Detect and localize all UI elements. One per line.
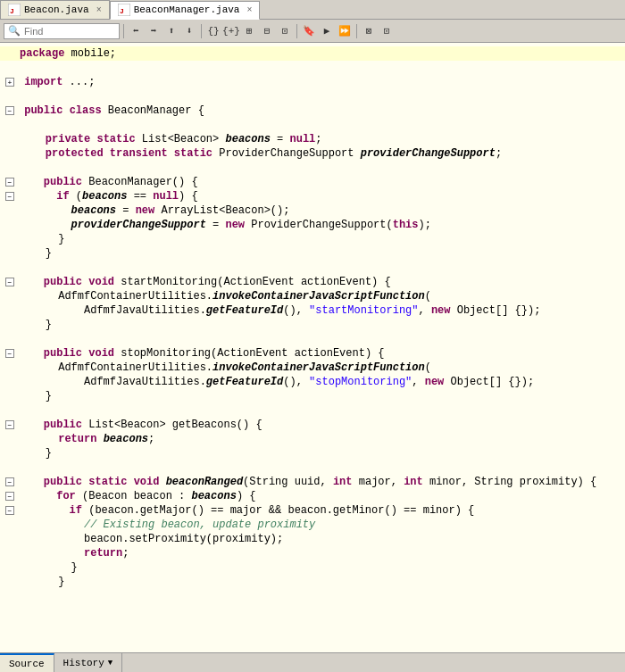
code-line: − public void startMonitoring(ActionEven…: [0, 275, 625, 289]
toolbar-grid2-btn[interactable]: ⊟: [259, 23, 275, 39]
code-line: AdfmfJavaUtilities.getFeatureId(), "star…: [0, 303, 625, 318]
code-line: [0, 89, 625, 104]
code-line: AdfmfContainerUtilities.invokeContainerJ…: [0, 289, 625, 303]
toolbar: 🔍 ⬅ ➡ ⬆ ⬇ {} {+} ⊞ ⊟ ⊡ 🔖 ▶ ⏩ ⊠ ⊡: [0, 20, 625, 43]
code-line: }: [0, 560, 625, 575]
code-body: package mobile; + import ...; − public c…: [0, 46, 625, 589]
code-line: − if (beacons == null) {: [0, 189, 625, 203]
fold-btn[interactable]: −: [5, 178, 14, 187]
svg-text:J: J: [10, 7, 14, 15]
code-line: AdfmfContainerUtilities.invokeContainerJ…: [0, 361, 625, 375]
java-icon: J: [8, 4, 21, 16]
code-line: + import ...;: [0, 75, 625, 89]
fold-btn[interactable]: −: [5, 106, 14, 115]
search-box: 🔍: [4, 23, 120, 39]
close-icon[interactable]: ×: [96, 5, 102, 15]
code-line: − public static void beaconRanged(String…: [0, 475, 625, 489]
code-line: [0, 118, 625, 132]
tab-label: Beacon.java: [24, 4, 89, 15]
code-line: beacon.setProximity(proximity);: [0, 532, 625, 546]
toolbar-down-btn[interactable]: ⬇: [181, 23, 197, 39]
code-line: [0, 403, 625, 418]
toolbar-prev-btn[interactable]: ⬅: [128, 23, 144, 39]
code-line: protected transient static ProviderChang…: [0, 146, 625, 161]
code-line: // Existing beacon, update proximity: [0, 518, 625, 532]
code-line: [0, 460, 625, 475]
separator-1: [123, 24, 124, 38]
chevron-down-icon: ▼: [108, 659, 112, 668]
code-line: }: [0, 318, 625, 332]
separator-3: [296, 24, 297, 38]
toolbar-brace2-btn[interactable]: {+}: [223, 23, 239, 39]
code-line: AdfmfJavaUtilities.getFeatureId(), "stop…: [0, 375, 625, 389]
search-icon: 🔍: [8, 25, 21, 37]
bottom-bar: Source History ▼: [0, 652, 625, 672]
code-line: }: [0, 389, 625, 403]
fold-btn[interactable]: −: [5, 349, 14, 358]
toolbar-window2-btn[interactable]: ⊡: [379, 23, 395, 39]
fold-btn[interactable]: +: [5, 78, 14, 87]
code-line: − public List<Beacon> getBeacons() {: [0, 418, 625, 432]
code-line: [0, 61, 625, 75]
toolbar-bookmark-btn[interactable]: 🔖: [301, 23, 317, 39]
fold-btn[interactable]: −: [5, 492, 14, 501]
code-line: − public BeaconManager() {: [0, 175, 625, 189]
toolbar-window-btn[interactable]: ⊠: [361, 23, 377, 39]
code-line: }: [0, 246, 625, 261]
java-icon: J: [118, 4, 130, 16]
search-input[interactable]: [24, 26, 113, 37]
code-line: providerChangeSupport = new ProviderChan…: [0, 218, 625, 232]
tab-source[interactable]: Source: [0, 653, 54, 672]
code-line: [0, 261, 625, 275]
code-line: [0, 332, 625, 346]
close-icon[interactable]: ×: [246, 5, 252, 15]
tab-label: BeaconManager.java: [134, 4, 240, 15]
fold-btn[interactable]: −: [5, 420, 14, 429]
code-line: beacons = new ArrayList<Beacon>();: [0, 203, 625, 218]
fold-btn[interactable]: −: [5, 477, 14, 486]
tab-beaconmanager[interactable]: J BeaconManager.java ×: [110, 1, 261, 20]
svg-text:J: J: [120, 7, 124, 15]
code-line: − for (Beacon beacon : beacons) {: [0, 489, 625, 503]
code-line: [0, 161, 625, 175]
tab-history[interactable]: History ▼: [54, 653, 123, 672]
separator-4: [356, 24, 357, 38]
fold-btn[interactable]: −: [5, 192, 14, 201]
code-line: package mobile;: [0, 46, 625, 61]
code-line: return beacons;: [0, 432, 625, 446]
toolbar-grid-btn[interactable]: ⊞: [241, 23, 257, 39]
separator-2: [201, 24, 202, 38]
toolbar-up-btn[interactable]: ⬆: [163, 23, 179, 39]
code-line: }: [0, 575, 625, 589]
toolbar-step-btn[interactable]: ⏩: [337, 23, 353, 39]
history-tab-label: History: [63, 658, 104, 668]
toolbar-play-btn[interactable]: ▶: [319, 23, 335, 39]
code-line: − public class BeaconManager {: [0, 104, 625, 118]
code-line: }: [0, 232, 625, 246]
code-line: return;: [0, 546, 625, 560]
code-line: − public void stopMonitoring(ActionEvent…: [0, 346, 625, 361]
fold-btn[interactable]: −: [5, 506, 14, 515]
code-line: }: [0, 446, 625, 460]
toolbar-brace-btn[interactable]: {}: [205, 23, 221, 39]
toolbar-grid3-btn[interactable]: ⊡: [277, 23, 293, 39]
source-tab-label: Source: [9, 659, 45, 669]
code-line: − if (beacon.getMajor() == major && beac…: [0, 503, 625, 518]
toolbar-next-btn[interactable]: ➡: [146, 23, 162, 39]
tab-beacon[interactable]: J Beacon.java ×: [0, 0, 110, 19]
code-area[interactable]: package mobile; + import ...; − public c…: [0, 43, 625, 652]
tab-bar: J Beacon.java × J BeaconManager.java ×: [0, 0, 625, 20]
code-line: private static List<Beacon> beacons = nu…: [0, 132, 625, 146]
fold-btn[interactable]: −: [5, 278, 14, 286]
